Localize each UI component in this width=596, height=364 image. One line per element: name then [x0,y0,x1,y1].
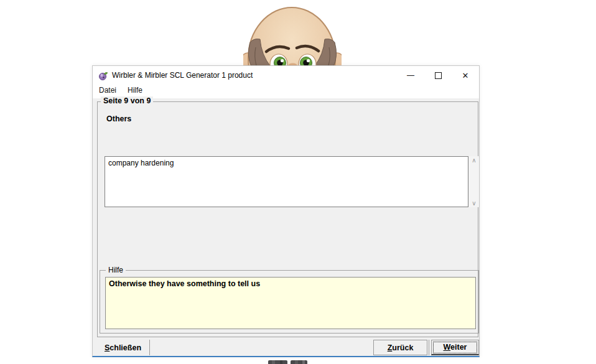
window-controls: — ✕ [397,66,479,85]
others-input[interactable]: company hardening [105,156,468,207]
page-groupbox-title: Seite 9 von 9 [101,96,153,105]
app-window: Wirbler & Mirbler SCL Generator 1 produc… [92,65,480,357]
mascot-head-illustration [243,4,342,67]
help-groupbox-title: Hilfe [106,266,126,274]
help-text-box: Otherwise they have something to tell us [105,277,476,329]
mascot-head-icon [243,4,342,67]
mascot-feet-illustration [266,358,311,364]
minimize-button[interactable]: — [397,66,424,85]
app-icon [98,70,108,81]
mascot-feet-icon [266,360,311,364]
weiter-label: W [444,343,451,352]
others-label: Others [106,114,131,123]
input-scrollbar[interactable]: ∧ ∨ [469,156,479,207]
weiter-button[interactable]: Weiter [431,340,479,355]
schliessen-button[interactable]: Schließen [96,340,150,355]
help-groupbox: Hilfe Otherwise they have something to t… [100,270,479,334]
button-strip: Schließen Zurück Weiter [93,337,479,356]
scroll-up-icon[interactable]: ∧ [472,156,476,164]
zurueck-button[interactable]: Zurück [373,340,427,355]
close-icon: ✕ [462,71,469,80]
maximize-icon [435,72,442,79]
window-title: Wirbler & Mirbler SCL Generator 1 produc… [112,71,253,80]
close-button[interactable]: ✕ [452,66,479,85]
minimize-icon: — [407,71,414,80]
scroll-down-icon[interactable]: ∨ [472,199,476,207]
titlebar: Wirbler & Mirbler SCL Generator 1 produc… [93,66,479,85]
button-separator [429,340,429,355]
maximize-button[interactable] [424,66,452,85]
client-area: Seite 9 von 9 Others company hardening ∧… [93,98,479,337]
